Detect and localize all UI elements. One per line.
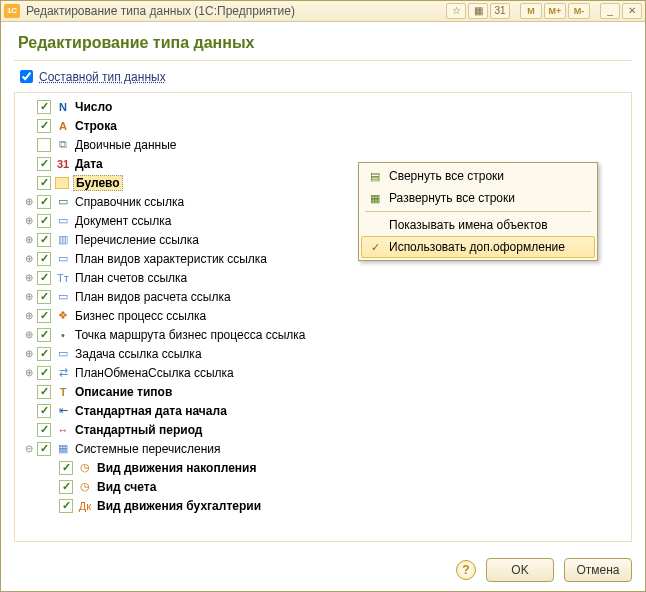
calckind-icon: ▭ xyxy=(55,289,71,305)
memory-m-button[interactable]: M xyxy=(520,3,542,19)
tree-row-exchange[interactable]: ⊕⇄ПланОбменаСсылка ссылка xyxy=(17,363,629,382)
tree-row-calckind[interactable]: ⊕▭План видов расчета ссылка xyxy=(17,287,629,306)
tree-checkbox[interactable] xyxy=(37,404,51,418)
chartype-icon: ▭ xyxy=(55,251,71,267)
date-icon: 31 xyxy=(55,156,71,172)
tree-checkbox[interactable] xyxy=(37,328,51,342)
tree-label: Задача ссылка ссылка xyxy=(75,347,202,361)
tree-checkbox[interactable] xyxy=(37,423,51,437)
menu-item-label: Развернуть все строки xyxy=(389,191,515,205)
tree-row-acctype[interactable]: ⊕◷Вид счета xyxy=(17,477,629,496)
expand-icon[interactable]: ⊕ xyxy=(23,196,35,208)
tree-label: Вид движения накопления xyxy=(97,461,256,475)
tree-row-bookkeep[interactable]: ⊕ДкВид движения бухгалтерии xyxy=(17,496,629,515)
app-badge-icon: 1C xyxy=(4,4,20,18)
ok-button[interactable]: OK xyxy=(486,558,554,582)
tree-checkbox[interactable] xyxy=(37,195,51,209)
menu-item-label: Показывать имена объектов xyxy=(389,218,548,232)
tree-row-stddate[interactable]: ⊕⇤Стандартная дата начала xyxy=(17,401,629,420)
tree-row-bproc[interactable]: ⊕❖Бизнес процесс ссылка xyxy=(17,306,629,325)
tree-checkbox[interactable] xyxy=(37,233,51,247)
tree-label: Число xyxy=(75,100,112,114)
expand-icon[interactable]: ⊕ xyxy=(23,253,35,265)
memory-mminus-button[interactable]: M- xyxy=(568,3,590,19)
compound-type-link[interactable]: Составной тип данных xyxy=(39,70,166,84)
tree-row-typedesc[interactable]: ⊕TОписание типов xyxy=(17,382,629,401)
tree-checkbox[interactable] xyxy=(37,442,51,456)
expand-icon[interactable]: ⊕ xyxy=(23,310,35,322)
tree-icon: ▦ xyxy=(365,190,385,206)
tree-checkbox[interactable] xyxy=(59,480,73,494)
exchange-icon: ⇄ xyxy=(55,365,71,381)
tree-row-string[interactable]: ⊕AСтрока xyxy=(17,116,629,135)
menu-item-expand[interactable]: ▦Развернуть все строки xyxy=(361,187,595,209)
type-tree[interactable]: ⊕NЧисло⊕AСтрока⊕⧉Двоичные данные⊕31Дата⊕… xyxy=(14,92,632,542)
menu-item-extfmt[interactable]: ✓Использовать доп.оформление xyxy=(361,236,595,258)
tree-checkbox[interactable] xyxy=(37,290,51,304)
tree-checkbox[interactable] xyxy=(37,385,51,399)
collapse-icon[interactable]: ⊖ xyxy=(23,443,35,455)
tree-row-route[interactable]: ⊕•Точка маршрута бизнес процесса ссылка xyxy=(17,325,629,344)
tree-label: Дата xyxy=(75,157,103,171)
document-icon: ▭ xyxy=(55,213,71,229)
tree-checkbox[interactable] xyxy=(37,157,51,171)
menu-item-collapse[interactable]: ▤Свернуть все строки xyxy=(361,165,595,187)
expand-icon[interactable]: ⊕ xyxy=(23,291,35,303)
tree-label: Справочник ссылка xyxy=(75,195,184,209)
cancel-button[interactable]: Отмена xyxy=(564,558,632,582)
tree-label: Вид движения бухгалтерии xyxy=(97,499,261,513)
accounts-icon: Tт xyxy=(55,270,71,286)
tree-label: Точка маршрута бизнес процесса ссылка xyxy=(75,328,306,342)
expand-icon[interactable]: ⊕ xyxy=(23,215,35,227)
calculator-icon[interactable]: ▦ xyxy=(468,3,488,19)
tree-checkbox[interactable] xyxy=(37,176,51,190)
tree-row-accounts[interactable]: ⊕TтПлан счетов ссылка xyxy=(17,268,629,287)
tree-row-binary[interactable]: ⊕⧉Двоичные данные xyxy=(17,135,629,154)
tree-checkbox[interactable] xyxy=(59,461,73,475)
help-button[interactable]: ? xyxy=(456,560,476,580)
tree-row-stdperiod[interactable]: ⊕↔Стандартный период xyxy=(17,420,629,439)
accum-icon: ◷ xyxy=(77,460,93,476)
menu-item-shownames[interactable]: Показывать имена объектов xyxy=(361,214,595,236)
task-icon: ▭ xyxy=(55,346,71,362)
tree-checkbox[interactable] xyxy=(37,119,51,133)
expand-icon[interactable]: ⊕ xyxy=(23,234,35,246)
favorite-icon[interactable]: ☆ xyxy=(446,3,466,19)
catalog-icon: ▭ xyxy=(55,194,71,210)
tree-label: Документ ссылка xyxy=(75,214,171,228)
tree-label: План видов характеристик ссылка xyxy=(75,252,267,266)
tree-checkbox[interactable] xyxy=(59,499,73,513)
tree-row-accum[interactable]: ⊕◷Вид движения накопления xyxy=(17,458,629,477)
expand-icon[interactable]: ⊕ xyxy=(23,367,35,379)
tree-label: Перечисление ссылка xyxy=(75,233,199,247)
tree-checkbox[interactable] xyxy=(37,366,51,380)
calendar-icon[interactable]: 31 xyxy=(490,3,510,19)
expand-icon[interactable]: ⊕ xyxy=(23,272,35,284)
tree-icon: ▤ xyxy=(365,168,385,184)
tree-row-number[interactable]: ⊕NЧисло xyxy=(17,97,629,116)
footer: ? OK Отмена xyxy=(456,558,632,582)
boolean-icon xyxy=(55,177,69,189)
tree-checkbox[interactable] xyxy=(37,100,51,114)
tree-row-task[interactable]: ⊕▭Задача ссылка ссылка xyxy=(17,344,629,363)
tree-label: Двоичные данные xyxy=(75,138,176,152)
expand-icon[interactable]: ⊕ xyxy=(23,329,35,341)
tree-label: ПланОбменаСсылка ссылка xyxy=(75,366,234,380)
tree-label: План видов расчета ссылка xyxy=(75,290,231,304)
tree-checkbox[interactable] xyxy=(37,271,51,285)
blank-icon xyxy=(365,217,385,233)
stdperiod-icon: ↔ xyxy=(55,422,71,438)
compound-type-checkbox[interactable] xyxy=(20,70,33,83)
tree-row-sysenum[interactable]: ⊖▦Системные перечисления xyxy=(17,439,629,458)
minimize-icon[interactable]: _ xyxy=(600,3,620,19)
tree-checkbox[interactable] xyxy=(37,347,51,361)
tree-checkbox[interactable] xyxy=(37,309,51,323)
close-icon[interactable]: ✕ xyxy=(622,3,642,19)
tree-checkbox[interactable] xyxy=(37,138,51,152)
tree-checkbox[interactable] xyxy=(37,252,51,266)
expand-icon[interactable]: ⊕ xyxy=(23,348,35,360)
memory-mplus-button[interactable]: M+ xyxy=(544,3,566,19)
route-icon: • xyxy=(55,327,71,343)
tree-checkbox[interactable] xyxy=(37,214,51,228)
bproc-icon: ❖ xyxy=(55,308,71,324)
